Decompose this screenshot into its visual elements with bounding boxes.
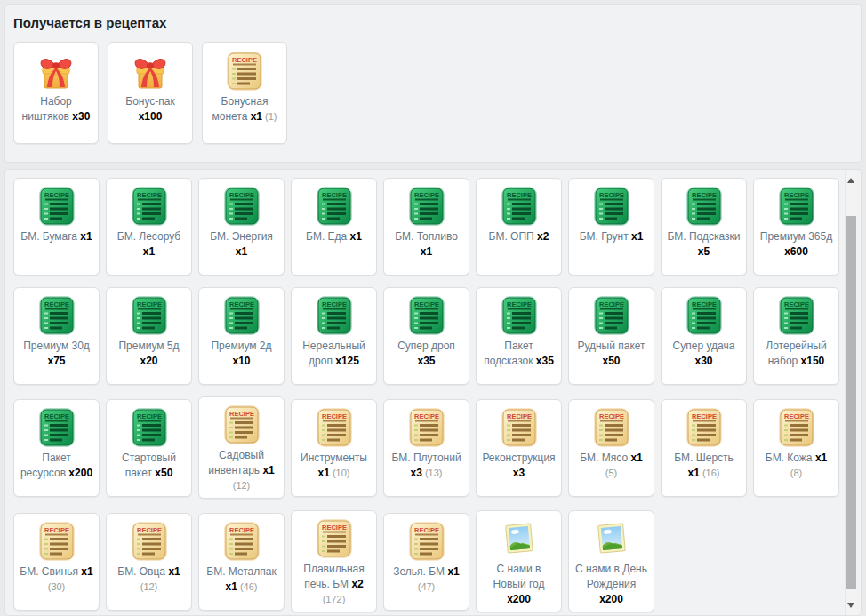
item-card[interactable]: RECIPE Пакет ресурсов x200 bbox=[13, 399, 100, 497]
item-card[interactable]: RECIPE БМ. Бумага x1 bbox=[13, 178, 100, 276]
gift-icon bbox=[35, 50, 77, 92]
svg-text:RECIPE: RECIPE bbox=[137, 412, 162, 420]
item-card[interactable]: RECIPE БМ. Овца x1 (12) bbox=[106, 513, 192, 611]
item-card[interactable]: RECIPE БМ. Плутоний x3 (13) bbox=[383, 399, 469, 497]
item-label: Супер дроп x35 bbox=[389, 339, 463, 369]
item-card[interactable]: Бонус-пак x100 bbox=[108, 42, 193, 144]
item-count: (16) bbox=[700, 468, 720, 478]
item-label: БМ. Овца x1 (12) bbox=[112, 564, 186, 595]
item-name: Набор ништяков bbox=[22, 95, 72, 123]
item-card[interactable]: RECIPE Бонусная монета x1 (1) bbox=[202, 42, 287, 144]
item-count: (12) bbox=[140, 581, 158, 592]
item-card[interactable]: RECIPE Премиум 30д x75 bbox=[13, 287, 100, 385]
recipe-green-icon: RECIPE bbox=[128, 406, 171, 449]
item-name: С нами в День Рождения bbox=[575, 563, 647, 590]
item-card[interactable]: RECIPE Нереальный дроп x125 bbox=[291, 287, 377, 385]
item-card[interactable]: RECIPE Инструменты x1 (10) bbox=[291, 399, 377, 497]
item-card[interactable]: RECIPE Рудный пакет x50 bbox=[568, 287, 654, 385]
recipe-green-icon: RECIPE bbox=[128, 294, 171, 337]
item-card[interactable]: Набор ништяков x30 bbox=[13, 42, 99, 144]
item-card[interactable]: RECIPE БМ. Мясо x1 (5) bbox=[568, 399, 654, 497]
svg-text:RECIPE: RECIPE bbox=[137, 300, 162, 308]
item-card[interactable]: RECIPE БМ. Еда x1 bbox=[291, 178, 377, 276]
item-label: БМ. Топливо x1 bbox=[389, 229, 463, 260]
svg-text:RECIPE: RECIPE bbox=[137, 525, 162, 533]
item-count: (46) bbox=[237, 581, 258, 592]
svg-text:RECIPE: RECIPE bbox=[692, 300, 717, 308]
item-card[interactable]: RECIPE Плавильная печь. БМ x2 (172) bbox=[291, 510, 377, 612]
item-label: Нереальный дроп x125 bbox=[297, 339, 371, 369]
item-card[interactable]: RECIPE БМ. Энергия x1 bbox=[198, 178, 285, 276]
item-count: (30) bbox=[48, 581, 66, 592]
svg-text:RECIPE: RECIPE bbox=[44, 300, 69, 308]
svg-text:RECIPE: RECIPE bbox=[137, 191, 162, 199]
item-card[interactable]: RECIPE Супер удача x30 bbox=[661, 287, 747, 385]
svg-text:RECIPE: RECIPE bbox=[507, 412, 532, 420]
item-card[interactable]: RECIPE Реконструкция x3 bbox=[476, 399, 562, 497]
item-card[interactable]: RECIPE Зелья. БМ x1 (47) bbox=[383, 513, 469, 611]
item-name: БМ. Свинья bbox=[20, 565, 78, 578]
item-label: БМ. ОПП x2 bbox=[482, 229, 556, 244]
item-card[interactable]: RECIPE БМ. Металпак x1 (46) bbox=[198, 513, 285, 611]
recipe-yellow-icon: RECIPE bbox=[683, 406, 726, 449]
item-card[interactable]: С нами в День Рождения x200 bbox=[568, 510, 654, 612]
item-card[interactable]: RECIPE БМ. ОПП x2 bbox=[476, 178, 562, 276]
recipe-yellow-icon: RECIPE bbox=[128, 520, 171, 563]
item-card[interactable]: RECIPE БМ. Грунт x1 bbox=[568, 178, 654, 276]
item-label: Набор ништяков x30 bbox=[20, 94, 92, 124]
item-card[interactable]: С нами в Новый год x200 bbox=[476, 510, 562, 612]
item-card[interactable]: RECIPE БМ. Шерсть x1 (16) bbox=[661, 399, 747, 497]
svg-text:RECIPE: RECIPE bbox=[599, 300, 624, 308]
scroll-up-icon[interactable] bbox=[847, 178, 854, 183]
recipe-yellow-icon: RECIPE bbox=[313, 517, 356, 560]
item-label: Плавильная печь. БМ x2 (172) bbox=[297, 562, 371, 607]
svg-text:RECIPE: RECIPE bbox=[322, 412, 347, 420]
svg-text:RECIPE: RECIPE bbox=[44, 525, 69, 533]
item-name: Супер удача bbox=[673, 340, 735, 352]
item-qty: x3 bbox=[411, 467, 422, 479]
recipe-green-icon: RECIPE bbox=[405, 185, 448, 228]
item-card[interactable]: RECIPE Премиум 2д x10 bbox=[198, 287, 285, 385]
item-label: Пакет ресурсов x200 bbox=[20, 451, 93, 481]
item-label: Пакет подсказок x35 bbox=[482, 339, 556, 369]
item-name: БМ. Плутоний bbox=[391, 452, 461, 464]
item-count: (47) bbox=[418, 581, 436, 592]
item-card[interactable]: RECIPE БМ. Топливо x1 bbox=[383, 178, 469, 276]
item-qty: x1 bbox=[318, 467, 330, 479]
item-label: БМ. Еда x1 bbox=[297, 229, 371, 244]
recipe-green-icon: RECIPE bbox=[221, 185, 263, 228]
item-label: БМ. Металпак x1 (46) bbox=[204, 564, 278, 595]
item-card[interactable]: RECIPE Лотерейный набор x150 bbox=[753, 287, 839, 385]
item-card[interactable]: RECIPE Садовый инвентарь x1 (12) bbox=[198, 396, 285, 499]
recipe-green-icon: RECIPE bbox=[36, 294, 78, 337]
item-card[interactable]: RECIPE Премиум 5д x20 bbox=[106, 287, 192, 385]
item-qty: x10 bbox=[232, 355, 250, 367]
item-card[interactable]: RECIPE БМ. Лесоруб x1 bbox=[106, 178, 192, 276]
item-card[interactable]: RECIPE Пакет подсказок x35 bbox=[476, 287, 562, 385]
item-qty: x75 bbox=[47, 355, 65, 367]
item-name: Премиум 2д bbox=[211, 340, 271, 352]
item-qty: x1 bbox=[168, 565, 180, 578]
scrollbar[interactable] bbox=[845, 170, 857, 615]
item-qty: x2 bbox=[351, 578, 363, 590]
item-name: Зелья. БМ bbox=[393, 565, 445, 578]
item-qty: x1 bbox=[631, 230, 643, 243]
item-qty: x150 bbox=[801, 355, 825, 367]
item-qty: x1 bbox=[226, 580, 237, 593]
item-card[interactable]: RECIPE Супер дроп x35 bbox=[383, 287, 469, 385]
recipe-green-icon: RECIPE bbox=[775, 185, 818, 228]
item-card[interactable]: RECIPE БМ. Кожа x1 (8) bbox=[753, 399, 839, 497]
item-card[interactable]: RECIPE БМ. Подсказки x5 bbox=[661, 178, 747, 276]
reward-cards-row: Набор ништяков x30 Бонус-пак x100 RECIPE… bbox=[13, 42, 861, 144]
item-card[interactable]: RECIPE Премиум 365д x600 bbox=[753, 178, 839, 276]
item-label: Премиум 30д x75 bbox=[20, 339, 93, 369]
scroll-down-icon[interactable] bbox=[847, 603, 854, 608]
scrollbar-thumb[interactable] bbox=[846, 216, 856, 589]
item-name: Рудный пакет bbox=[577, 340, 645, 352]
item-qty: x30 bbox=[694, 355, 712, 367]
recipe-yellow-icon: RECIPE bbox=[223, 50, 266, 92]
item-label: БМ. Мясо x1 (5) bbox=[574, 451, 648, 481]
item-card[interactable]: RECIPE Стартовый пакет x50 bbox=[106, 399, 192, 497]
item-card[interactable]: RECIPE БМ. Свинья x1 (30) bbox=[13, 513, 100, 611]
item-name: БМ. Мясо bbox=[580, 452, 628, 464]
